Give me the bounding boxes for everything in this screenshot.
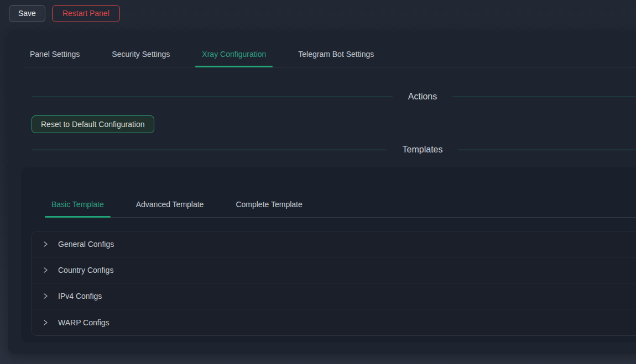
accordion-label: General Configs xyxy=(58,240,114,249)
templates-divider-title: Templates xyxy=(403,145,443,155)
tab-basic-template[interactable]: Basic Template xyxy=(45,194,111,217)
topbar: Save Restart Panel xyxy=(0,0,636,27)
tab-xray-configuration[interactable]: Xray Configuration xyxy=(195,44,273,67)
accordion-header-country-configs[interactable]: Country Configs xyxy=(32,257,636,283)
tab-complete-template[interactable]: Complete Template xyxy=(229,194,309,217)
save-button[interactable]: Save xyxy=(9,5,45,22)
actions-divider-title: Actions xyxy=(408,92,437,102)
tab-security-settings[interactable]: Security Settings xyxy=(105,44,176,67)
settings-tabs: Panel Settings Security Settings Xray Co… xyxy=(23,30,636,67)
accordion-header-ipv4-configs[interactable]: IPv4 Configs xyxy=(32,283,636,309)
chevron-right-icon xyxy=(42,319,49,326)
configs-accordion: General Configs Country Configs IPv4 Con… xyxy=(32,231,636,336)
accordion-header-warp-configs[interactable]: WARP Configs xyxy=(32,309,636,335)
settings-card: Panel Settings Security Settings Xray Co… xyxy=(8,30,636,354)
templates-card: Basic Template Advanced Template Complet… xyxy=(21,167,636,342)
accordion-label: WARP Configs xyxy=(58,318,110,327)
accordion-header-general-configs[interactable]: General Configs xyxy=(32,231,636,257)
tab-panel-settings[interactable]: Panel Settings xyxy=(23,44,86,67)
accordion-label: IPv4 Configs xyxy=(58,292,102,300)
tab-advanced-template[interactable]: Advanced Template xyxy=(129,194,211,217)
template-tabs: Basic Template Advanced Template Complet… xyxy=(45,167,636,218)
tab-telegram-bot-settings[interactable]: Telegram Bot Settings xyxy=(291,44,380,67)
actions-divider: Actions xyxy=(32,90,636,103)
chevron-right-icon xyxy=(42,293,49,299)
accordion-label: Country Configs xyxy=(58,266,113,275)
restart-panel-button[interactable]: Restart Panel xyxy=(52,5,120,22)
chevron-right-icon xyxy=(42,267,49,273)
chevron-right-icon xyxy=(42,241,49,247)
templates-divider: Templates xyxy=(32,143,636,156)
reset-default-configuration-button[interactable]: Reset to Default Configuration xyxy=(32,115,154,133)
